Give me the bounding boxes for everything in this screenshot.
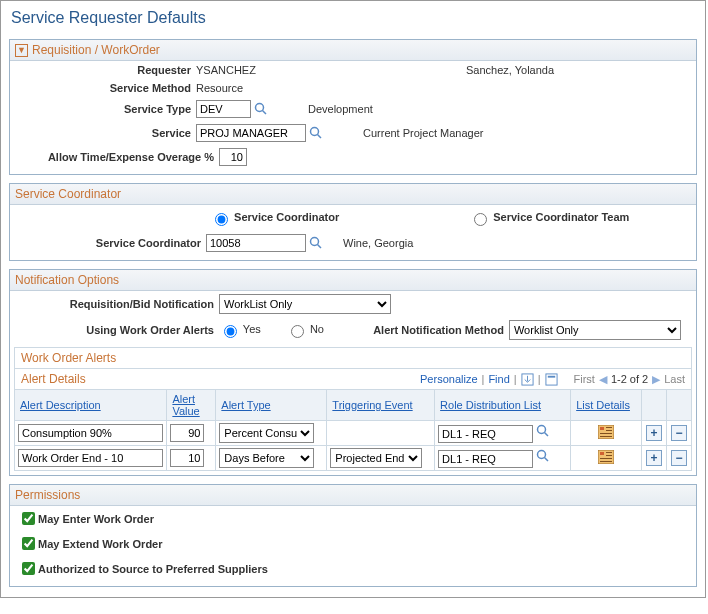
- coord-input[interactable]: [206, 234, 306, 252]
- lookup-icon[interactable]: [536, 449, 550, 463]
- requisition-header: Requisition / WorkOrder: [32, 43, 160, 57]
- col-alert-value[interactable]: Alert Value: [167, 390, 216, 421]
- coord-radio2-label[interactable]: Service Coordinator Team: [469, 210, 629, 226]
- service-desc: Current Project Manager: [363, 127, 483, 139]
- wo-alerts-yes-radio[interactable]: [224, 325, 237, 338]
- requester-id-text: YSANCHEZ: [196, 64, 356, 76]
- wo-alerts-no-label[interactable]: No: [286, 322, 324, 338]
- svg-rect-14: [606, 427, 612, 428]
- alert-desc-input[interactable]: [18, 424, 163, 442]
- coordinator-groupbox: Service Coordinator Service Coordinator …: [9, 183, 697, 261]
- notifications-groupbox: Notification Options Requisition/Bid Not…: [9, 269, 697, 476]
- delete-row-button[interactable]: −: [671, 450, 687, 466]
- req-bid-select[interactable]: WorkList Only: [219, 294, 391, 314]
- triggering-event-select[interactable]: Projected End: [330, 448, 422, 468]
- collapse-toggle-icon[interactable]: ▼: [15, 44, 28, 57]
- first-nav[interactable]: First: [574, 373, 595, 385]
- permissions-header: Permissions: [15, 488, 80, 502]
- req-bid-label: Requisition/Bid Notification: [14, 298, 219, 310]
- alert-method-label: Alert Notification Method: [339, 324, 509, 336]
- svg-point-2: [311, 128, 319, 136]
- last-nav[interactable]: Last: [664, 373, 685, 385]
- list-details-icon[interactable]: [598, 454, 614, 466]
- role-dist-input[interactable]: [438, 450, 533, 468]
- alert-details-title: Alert Details: [21, 372, 86, 386]
- overage-label: Allow Time/Expense Overage %: [14, 151, 219, 163]
- lookup-icon[interactable]: [309, 126, 323, 140]
- role-dist-input[interactable]: [438, 425, 533, 443]
- overage-input[interactable]: [219, 148, 247, 166]
- svg-point-10: [538, 425, 546, 433]
- service-label: Service: [14, 127, 196, 139]
- authorized-label: Authorized to Source to Preferred Suppli…: [38, 563, 268, 575]
- svg-rect-16: [600, 433, 612, 434]
- coord-name: Wine, Georgia: [343, 237, 413, 249]
- coord-radio2[interactable]: [474, 213, 487, 226]
- requester-name-text: Sanchez, Yolanda: [466, 64, 554, 76]
- requester-label: Requester: [14, 64, 196, 76]
- col-alert-type[interactable]: Alert Type: [216, 390, 327, 421]
- col-triggering-event[interactable]: Triggering Event: [327, 390, 435, 421]
- alert-desc-input[interactable]: [18, 449, 163, 467]
- notifications-header: Notification Options: [15, 273, 119, 287]
- svg-point-4: [311, 238, 319, 246]
- lookup-icon[interactable]: [309, 236, 323, 250]
- svg-rect-25: [600, 461, 612, 462]
- svg-line-5: [318, 245, 322, 249]
- service-type-input[interactable]: [196, 100, 251, 118]
- coord-radio1-label[interactable]: Service Coordinator: [210, 210, 339, 226]
- col-alert-desc[interactable]: Alert Description: [15, 390, 167, 421]
- list-details-icon[interactable]: [598, 429, 614, 441]
- service-input[interactable]: [196, 124, 306, 142]
- svg-rect-17: [600, 436, 612, 437]
- alert-value-input[interactable]: [170, 424, 204, 442]
- may-extend-checkbox[interactable]: [22, 537, 35, 550]
- alert-value-input[interactable]: [170, 449, 204, 467]
- range-text: 1-2 of 2: [611, 373, 648, 385]
- lookup-icon[interactable]: [536, 424, 550, 438]
- alert-method-select[interactable]: Worklist Only: [509, 320, 681, 340]
- permissions-groupbox: Permissions May Enter Work Order May Ext…: [9, 484, 697, 587]
- svg-line-1: [263, 111, 267, 115]
- service-method-label: Service Method: [14, 82, 196, 94]
- prev-icon[interactable]: ◀: [599, 373, 607, 386]
- may-extend-label: May Extend Work Order: [38, 538, 163, 550]
- col-role-dist[interactable]: Role Distribution List: [435, 390, 571, 421]
- wo-alerts-header: Work Order Alerts: [14, 347, 692, 369]
- table-row: Percent Consumed+−: [15, 421, 692, 446]
- svg-rect-24: [600, 458, 612, 459]
- requisition-groupbox: ▼ Requisition / WorkOrder Requester YSAN…: [9, 39, 697, 175]
- page-title: Service Requester Defaults: [3, 3, 703, 35]
- svg-line-19: [545, 457, 549, 461]
- alert-type-select[interactable]: Days Before: [219, 448, 314, 468]
- add-row-button[interactable]: +: [646, 425, 662, 441]
- lookup-icon[interactable]: [254, 102, 268, 116]
- wo-alerts-no-radio[interactable]: [291, 325, 304, 338]
- personalize-link[interactable]: Personalize: [420, 373, 477, 385]
- alert-type-select[interactable]: Percent Consumed: [219, 423, 314, 443]
- coord-radio1[interactable]: [215, 213, 228, 226]
- find-link[interactable]: Find: [488, 373, 509, 385]
- may-enter-label: May Enter Work Order: [38, 513, 154, 525]
- authorized-checkbox[interactable]: [22, 562, 35, 575]
- service-method-value: Resource: [196, 82, 243, 94]
- download-icon[interactable]: [521, 372, 534, 386]
- alerts-grid: Alert Description Alert Value Alert Type…: [14, 389, 692, 471]
- delete-row-button[interactable]: −: [671, 425, 687, 441]
- service-type-desc: Development: [308, 103, 373, 115]
- svg-line-3: [318, 135, 322, 139]
- add-row-button[interactable]: +: [646, 450, 662, 466]
- svg-rect-15: [606, 430, 612, 431]
- coordinator-header: Service Coordinator: [15, 187, 121, 201]
- using-wo-alerts-label: Using Work Order Alerts: [14, 324, 219, 336]
- col-list-details[interactable]: List Details: [571, 390, 642, 421]
- wo-alerts-yes-label[interactable]: Yes: [219, 322, 261, 338]
- may-enter-checkbox[interactable]: [22, 512, 35, 525]
- svg-rect-21: [600, 452, 604, 455]
- svg-point-0: [256, 104, 264, 112]
- next-icon[interactable]: ▶: [652, 373, 660, 386]
- zoom-icon[interactable]: [545, 372, 558, 386]
- svg-point-18: [538, 450, 546, 458]
- svg-line-11: [545, 432, 549, 436]
- table-row: Days BeforeProjected End+−: [15, 446, 692, 471]
